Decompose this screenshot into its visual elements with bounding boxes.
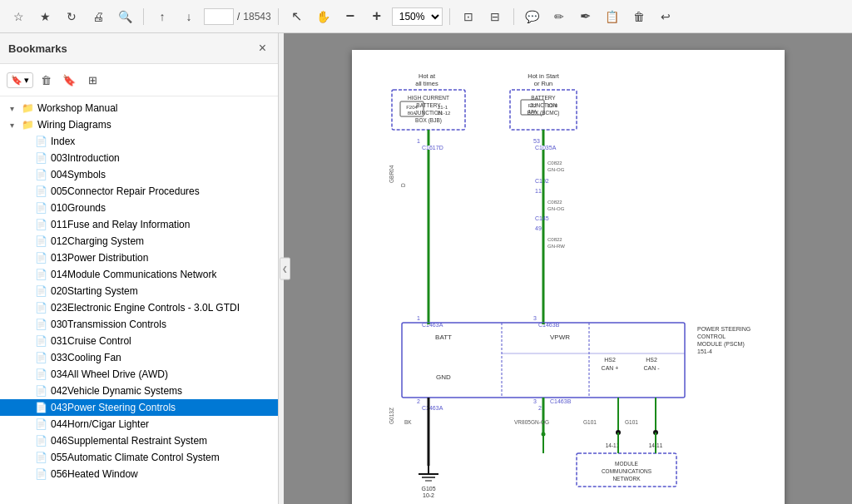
item-folder-icon: 📄 (35, 252, 47, 264)
tree-item-020starting[interactable]: 📄 020Starting System (0, 283, 278, 299)
select-tool-button[interactable]: ↖ (285, 5, 309, 28)
svg-text:2: 2 (417, 398, 420, 404)
item-folder-icon: 📄 (35, 136, 47, 147)
tree-item-023electronic[interactable]: 📄 023Electronic Engine Controls - 3.0L G… (0, 299, 278, 316)
svg-text:G013Z: G013Z (389, 408, 394, 424)
panel-close-button[interactable]: × (255, 40, 270, 57)
expand-all-button[interactable]: ⊞ (82, 69, 103, 91)
page-input[interactable]: 147 (204, 8, 234, 25)
tree-item-label: 004Symbols (51, 169, 106, 180)
tree-item-055climate[interactable]: 📄 055Automatic Climate Control System (0, 449, 278, 466)
tree-item-056heated[interactable]: 📄 056Heated Window (0, 466, 278, 482)
tree-item-index[interactable]: 📄 Index (0, 133, 278, 150)
expand-icon[interactable]: ▾ (10, 121, 22, 130)
fit-page-button[interactable]: ⊡ (457, 5, 480, 28)
svg-text:21-12: 21-12 (438, 111, 451, 116)
item-folder-icon: 📄 (35, 435, 47, 447)
svg-text:G101: G101 (625, 419, 638, 425)
svg-text:49: 49 (535, 225, 542, 231)
tree-item-label: 003Introduction (51, 152, 120, 164)
tree-item-workshop-manual[interactable]: ▾ 📁 Workshop Manual (0, 100, 278, 116)
item-folder-icon: 📄 (35, 285, 47, 297)
svg-text:GN-OG: GN-OG (547, 206, 565, 211)
tree-item-043power[interactable]: 📄 043Power Steering Controls (0, 399, 278, 416)
print-button[interactable]: 🖨 (87, 5, 110, 28)
tree-item-012charging[interactable]: 📄 012Charging System (0, 233, 278, 250)
tree-item-030transmission[interactable]: 📄 030Transmission Controls (0, 316, 278, 333)
resize-handle[interactable] (279, 33, 284, 504)
item-folder-icon: 📄 (35, 368, 47, 380)
prev-page-button[interactable]: ↑ (151, 5, 174, 28)
svg-text:C1463B: C1463B (550, 398, 572, 404)
bookmark-button[interactable]: ☆ (7, 5, 30, 28)
main-area: Bookmarks × 🔖 ▾ 🗑 🔖 ⊞ ▾ 📁 Workshop Manua… (0, 33, 852, 504)
pen-button[interactable]: ✏ (547, 5, 571, 28)
next-page-button[interactable]: ↓ (177, 5, 201, 28)
tree-item-046supplemental[interactable]: 📄 046Supplemental Restraint System (0, 432, 278, 449)
tree-item-034awd[interactable]: 📄 034All Wheel Drive (AWD) (0, 366, 278, 383)
tree-item-wiring-diagrams[interactable]: ▾ 📁 Wiring Diagrams (0, 116, 278, 133)
tree-item-003introduction[interactable]: 📄 003Introduction (0, 150, 278, 166)
zoom-out-button[interactable]: − (339, 5, 362, 28)
expand-icon[interactable]: ▾ (10, 104, 22, 113)
item-folder-icon: 📄 (35, 169, 47, 180)
tree-item-033cooling[interactable]: 📄 033Cooling Fan (0, 349, 278, 366)
zoom-select[interactable]: 50%75%100%125%150%200%400% (392, 7, 443, 26)
tree-item-005connector[interactable]: 📄 005Connector Repair Procedures (0, 183, 278, 200)
tree-item-label: 011Fuse and Relay Information (51, 219, 190, 230)
pan-tool-button[interactable]: ✋ (312, 5, 335, 28)
stamp-button[interactable]: 📋 (601, 5, 624, 28)
tree-item-label: 042Vehicle Dynamic Systems (51, 385, 182, 397)
bookmark-view-button[interactable]: 🔖 (58, 69, 80, 91)
svg-text:21-1: 21-1 (438, 105, 448, 110)
tree-item-label: Index (51, 136, 75, 147)
bookmarks-panel: Bookmarks × 🔖 ▾ 🗑 🔖 ⊞ ▾ 📁 Workshop Manua… (0, 33, 279, 504)
add-bookmark-dropdown[interactable]: 🔖 ▾ (7, 72, 33, 88)
svg-text:all times: all times (415, 80, 438, 87)
pdf-viewer[interactable]: Hot at all times Hot in Start or Run HIG… (284, 33, 852, 504)
tree-item-031cruise[interactable]: 📄 031Cruise Control (0, 333, 278, 349)
fit-width-button[interactable]: ⊟ (483, 5, 507, 28)
item-folder-icon: 📄 (35, 235, 47, 247)
svg-text:VPWR: VPWR (550, 334, 570, 341)
wiring-diagram-svg: Hot at all times Hot in Start or Run HIG… (369, 67, 768, 499)
svg-text:CAN -: CAN - (643, 365, 660, 371)
undo-button[interactable]: ↩ (654, 5, 677, 28)
svg-text:80A: 80A (407, 111, 416, 116)
delete-bookmark-button[interactable]: 🗑 (35, 69, 57, 91)
svg-text:C0822: C0822 (547, 237, 562, 242)
svg-text:C1463A: C1463A (422, 322, 443, 328)
panel-toolbar: 🔖 ▾ 🗑 🔖 ⊞ (0, 64, 278, 96)
tree-item-004symbols[interactable]: 📄 004Symbols (0, 166, 278, 183)
tree-item-042vehicle[interactable]: 📄 042Vehicle Dynamic Systems (0, 383, 278, 399)
erase-button[interactable]: 🗑 (627, 5, 651, 28)
tree-item-014module[interactable]: 📄 014Module Communications Network (0, 266, 278, 283)
tree-item-011fuse[interactable]: 📄 011Fuse and Relay Information (0, 216, 278, 233)
svg-text:GN-RW: GN-RW (547, 244, 565, 249)
highlight-button[interactable]: ✒ (574, 5, 597, 28)
svg-text:COMMUNICATIONS: COMMUNICATIONS (601, 468, 651, 474)
tree-item-label: 005Connector Repair Procedures (51, 185, 200, 197)
svg-text:MODULE (PSCM): MODULE (PSCM) (697, 341, 745, 348)
comment-button[interactable]: 💬 (521, 5, 544, 28)
tree-item-label: 055Automatic Climate Control System (51, 452, 220, 463)
svg-text:HIGH CURRENT: HIGH CURRENT (408, 95, 449, 101)
tree-item-label: 014Module Communications Network (51, 269, 216, 280)
item-folder-icon: 📄 (35, 319, 47, 330)
hot-all-times-label: Hot at (418, 72, 435, 80)
tree-item-label: Wiring Diagrams (37, 119, 111, 131)
tree-item-013power[interactable]: 📄 013Power Distribution (0, 250, 278, 266)
item-folder-icon: 📄 (35, 269, 47, 280)
tree-item-044horn[interactable]: 📄 044Horn/Cigar Lighter (0, 416, 278, 432)
zoom-in-button[interactable]: + (365, 5, 389, 28)
panel-title: Bookmarks (8, 42, 67, 55)
zoom-out-toolbar-button[interactable]: 🔍 (113, 5, 136, 28)
svg-text:C0822: C0822 (547, 161, 562, 166)
svg-text:D: D (400, 183, 406, 187)
reload-button[interactable]: ↻ (60, 5, 83, 28)
tree-item-label: 046Supplemental Restraint System (51, 435, 207, 447)
favorite-button[interactable]: ★ (33, 5, 57, 28)
tree-item-010grounds[interactable]: 📄 010Grounds (0, 200, 278, 216)
svg-text:3: 3 (533, 398, 537, 404)
svg-text:GBR04: GBR04 (389, 165, 394, 183)
